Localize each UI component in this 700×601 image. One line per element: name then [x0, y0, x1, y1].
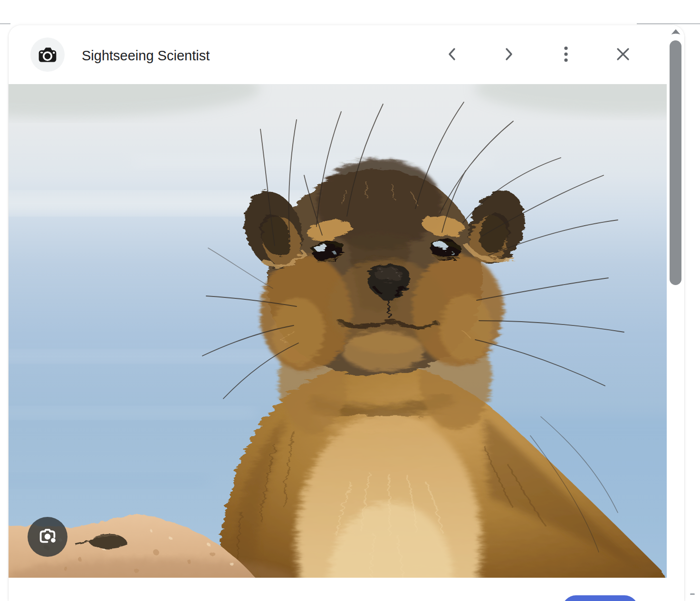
- background-page-fragment: [690, 593, 695, 595]
- image-viewer-dialog: Sightseeing Scientist: [9, 25, 684, 601]
- chevron-right-icon: [500, 46, 517, 62]
- close-icon: [615, 46, 631, 62]
- source-avatar[interactable]: [30, 38, 65, 72]
- scrollbar-thumb[interactable]: [670, 40, 681, 285]
- google-lens-icon: [37, 526, 58, 548]
- page-background: Sightseeing Scientist: [0, 0, 700, 601]
- more-options-button[interactable]: [555, 43, 577, 66]
- close-button[interactable]: [612, 43, 634, 66]
- background-divider-line: [637, 23, 700, 24]
- previous-image-button[interactable]: [441, 43, 464, 66]
- dialog-header: Sightseeing Scientist: [9, 25, 684, 84]
- scrollbar-up-arrow[interactable]: [667, 26, 684, 38]
- camera-icon: [37, 44, 58, 65]
- triangle-up-icon: [671, 29, 681, 35]
- result-photo[interactable]: [9, 84, 667, 578]
- next-image-button[interactable]: [497, 43, 520, 66]
- chevron-left-icon: [444, 46, 460, 62]
- source-title[interactable]: Sightseeing Scientist: [82, 47, 210, 64]
- hyrax-photo-illustration: [9, 84, 667, 578]
- kebab-menu-icon: [558, 46, 574, 62]
- lens-button[interactable]: [28, 517, 67, 557]
- visit-button[interactable]: [562, 595, 638, 601]
- background-divider-line: [0, 23, 10, 24]
- dialog-scrollbar[interactable]: [667, 25, 684, 601]
